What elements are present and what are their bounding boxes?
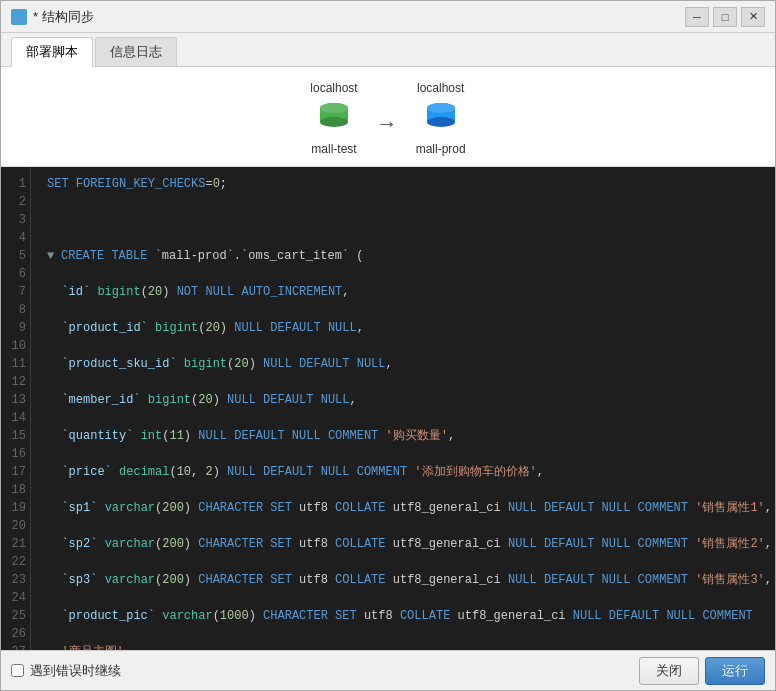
arrow-icon: → [376, 111, 398, 137]
source-host: localhost [310, 81, 357, 95]
main-window: * 结构同步 ─ □ ✕ 部署脚本 信息日志 localhost mall-te… [0, 0, 776, 691]
cancel-button[interactable]: 关闭 [639, 657, 699, 685]
close-button[interactable]: ✕ [741, 7, 765, 27]
source-db-icon [316, 99, 352, 135]
error-continue-label[interactable]: 遇到错误时继续 [11, 662, 121, 680]
source-db: mall-test [310, 142, 357, 156]
window-controls: ─ □ ✕ [685, 7, 765, 27]
svg-point-3 [320, 103, 348, 113]
target-db: mall-prod [416, 142, 466, 156]
tab-deploy[interactable]: 部署脚本 [11, 37, 93, 67]
svg-point-6 [427, 117, 455, 127]
db-sync-panel: localhost mall-test → localhost mall-pro… [1, 67, 775, 167]
target-db-icon [423, 99, 459, 135]
title-bar-left: * 结构同步 [11, 8, 94, 26]
bottom-bar: 遇到错误时继续 关闭 运行 [1, 650, 775, 690]
title-bar: * 结构同步 ─ □ ✕ [1, 1, 775, 33]
minimize-button[interactable]: ─ [685, 7, 709, 27]
bottom-buttons: 关闭 运行 [639, 657, 765, 685]
source-db-info: localhost mall-test [310, 81, 357, 156]
maximize-button[interactable]: □ [713, 7, 737, 27]
error-continue-checkbox[interactable] [11, 664, 24, 677]
code-scroll[interactable]: 1234567891011121314151617181920212223242… [1, 167, 775, 650]
tab-log[interactable]: 信息日志 [95, 37, 177, 66]
target-db-info: localhost mall-prod [416, 81, 466, 156]
target-host: localhost [416, 81, 466, 95]
svg-point-7 [427, 103, 455, 113]
run-button[interactable]: 运行 [705, 657, 765, 685]
code-content: SET FOREIGN_KEY_CHECKS=0; ▼CREATE TABLE … [39, 175, 771, 650]
error-continue-text: 遇到错误时继续 [30, 662, 121, 680]
line-numbers: 1234567891011121314151617181920212223242… [1, 167, 31, 650]
svg-point-2 [320, 117, 348, 127]
code-area: 1234567891011121314151617181920212223242… [1, 167, 775, 650]
tab-bar: 部署脚本 信息日志 [1, 33, 775, 67]
app-icon [11, 9, 27, 25]
window-title: * 结构同步 [33, 8, 94, 26]
